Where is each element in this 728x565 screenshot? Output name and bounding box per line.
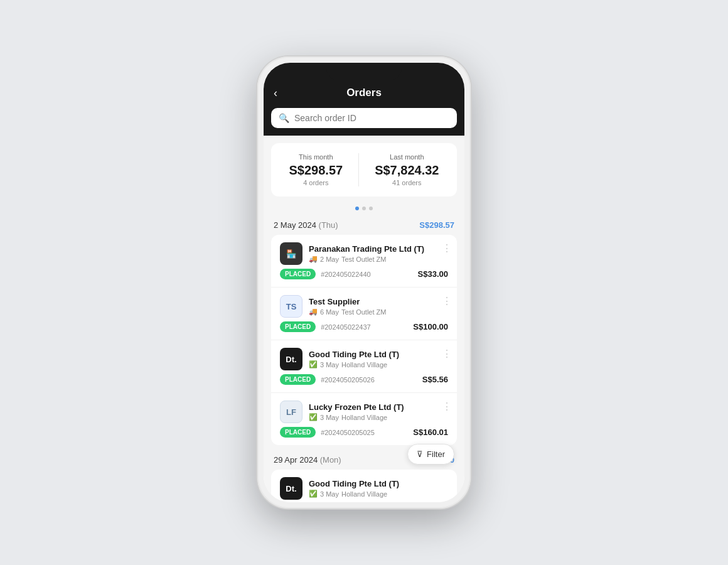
supplier-info-5: Good Tiding Pte Ltd (T) ✅ 3 May Holland … [309,479,448,498]
order-item-1[interactable]: ⋮ 🏪 Paranakan Trading Pte Ltd (T) 🚚 2 Ma… [271,235,457,288]
order-amount-4: S$160.01 [413,428,448,437]
this-month-label: This month [289,153,343,161]
status-badge-3: PLACED [280,374,316,385]
avatar-icon-paranakan: 🏪 [286,249,296,259]
supplier-meta-1: 🚚 2 May Test Outlet ZM [309,255,448,263]
dot-3[interactable] [369,207,373,210]
order-amount-1: S$33.00 [418,269,448,279]
summary-card: This month S$298.57 4 orders Last month … [271,143,457,196]
delivery-date-5: 3 May [320,490,339,498]
supplier-name-4: Lucky Frozen Pte Ltd (T) [309,402,448,412]
day-2: (Mon) [320,455,341,465]
order-bottom-3: PLACED #2024050205026 S$5.56 [280,374,448,385]
avatar-text-di-2: Dt. [286,484,296,493]
avatar-lf: LF [280,401,302,423]
this-month-summary: This month S$298.57 4 orders [289,153,343,186]
filter-icon: ⊽ [417,449,423,459]
orders-section-2: Dt. Good Tiding Pte Ltd (T) ✅ 3 May Holl… [271,470,457,502]
this-month-orders: 4 orders [289,179,343,186]
page-title: Orders [346,87,382,99]
order-id-4: #2024050205025 [321,429,375,436]
order-left-2: PLACED #202405022437 [280,321,371,332]
order-id-3: #2024050205026 [321,376,375,384]
avatar-text-lf: LF [286,407,296,417]
notch [326,63,402,80]
order-left-4: PLACED #2024050205025 [280,427,375,438]
filter-button[interactable]: ⊽ Filter [407,444,454,465]
summary-divider [358,153,359,186]
order-left-1: PLACED #202405022440 [280,269,371,279]
order-top-4: LF Lucky Frozen Pte Ltd (T) ✅ 3 May Holl… [280,401,448,423]
order-item-4[interactable]: ⋮ LF Lucky Frozen Pte Ltd (T) ✅ 3 May Ho… [271,393,457,445]
this-month-amount: S$298.57 [289,163,343,178]
order-top-3: Dt. Good Tiding Pte Ltd (T) ✅ 3 May Holl… [280,348,448,370]
avatar-di-2: Dt. [280,477,302,500]
avatar-paranakan: 🏪 [280,242,302,265]
dot-1[interactable] [355,207,359,210]
date-total-1: S$298.57 [419,220,454,230]
outlet-5: Holland Village [341,490,387,498]
search-icon: 🔍 [279,113,289,123]
order-item-3[interactable]: ⋮ Dt. Good Tiding Pte Ltd (T) ✅ 3 May Ho… [271,340,457,393]
order-item-5[interactable]: Dt. Good Tiding Pte Ltd (T) ✅ 3 May Holl… [271,470,457,502]
more-options-3[interactable]: ⋮ [442,348,452,360]
avatar-ts: TS [280,295,302,318]
search-input[interactable] [294,113,449,123]
order-bottom-2: PLACED #202405022437 S$100.00 [280,321,448,332]
avatar-text-ts: TS [286,302,297,311]
order-item-2[interactable]: ⋮ TS Test Supplier 🚚 6 May Test Outlet Z… [271,288,457,340]
status-badge-1: PLACED [280,269,316,279]
date-label-1: 2 May 2024 (Thu) [274,220,338,230]
supplier-info-3: Good Tiding Pte Ltd (T) ✅ 3 May Holland … [309,350,448,369]
supplier-name-1: Paranakan Trading Pte Ltd (T) [309,244,448,254]
last-month-orders: 41 orders [375,179,439,186]
verified-icon-4: ✅ [309,413,318,421]
supplier-meta-5: ✅ 3 May Holland Village [309,490,448,498]
phone-screen: ‹ Orders 🔍 This month S$298.57 4 orders [264,63,464,502]
supplier-name-5: Good Tiding Pte Ltd (T) [309,479,448,488]
order-left-3: PLACED #2024050205026 [280,374,375,385]
order-top-1: 🏪 Paranakan Trading Pte Ltd (T) 🚚 2 May … [280,242,448,265]
phone-frame: ‹ Orders 🔍 This month S$298.57 4 orders [257,56,471,508]
order-amount-2: S$100.00 [413,322,448,331]
outlet-1: Test Outlet ZM [341,256,387,263]
orders-section-1: ⋮ 🏪 Paranakan Trading Pte Ltd (T) 🚚 2 Ma… [271,235,457,445]
search-container: 🔍 [264,108,464,136]
supplier-name-2: Test Supplier [309,297,448,306]
last-month-label: Last month [375,153,439,161]
app-header: ‹ Orders [264,80,464,108]
outlet-3: Holland Village [341,361,387,369]
order-top-2: TS Test Supplier 🚚 6 May Test Outlet ZM [280,295,448,318]
order-amount-3: S$5.56 [422,375,448,384]
more-options-1[interactable]: ⋮ [442,242,452,254]
last-month-amount: S$7,824.32 [375,163,439,178]
dot-2[interactable] [362,207,366,210]
supplier-meta-2: 🚚 6 May Test Outlet ZM [309,308,448,316]
last-month-summary: Last month S$7,824.32 41 orders [375,153,439,186]
pagination-dots [264,202,464,215]
order-bottom-4: PLACED #2024050205025 S$160.01 [280,427,448,438]
delivery-date-3: 3 May [320,361,339,369]
more-options-2[interactable]: ⋮ [442,295,452,307]
date-header-1: 2 May 2024 (Thu) S$298.57 [264,215,464,235]
order-top-5: Dt. Good Tiding Pte Ltd (T) ✅ 3 May Holl… [280,477,448,500]
search-bar[interactable]: 🔍 [271,108,457,128]
avatar-text-di-1: Dt. [286,355,296,364]
supplier-info-2: Test Supplier 🚚 6 May Test Outlet ZM [309,297,448,316]
verified-icon-3: ✅ [309,360,318,369]
supplier-meta-3: ✅ 3 May Holland Village [309,360,448,369]
supplier-info-1: Paranakan Trading Pte Ltd (T) 🚚 2 May Te… [309,244,448,263]
supplier-name-3: Good Tiding Pte Ltd (T) [309,350,448,359]
filter-label: Filter [427,449,445,459]
back-button[interactable]: ‹ [274,87,277,100]
status-badge-4: PLACED [280,427,316,438]
order-id-1: #202405022440 [321,271,371,278]
delivery-date-2: 6 May [320,308,339,316]
supplier-info-4: Lucky Frozen Pte Ltd (T) ✅ 3 May Holland… [309,402,448,421]
delivery-date-1: 2 May [320,256,339,263]
more-options-4[interactable]: ⋮ [442,401,452,412]
outlet-4: Holland Village [341,414,387,421]
delivery-icon-2: 🚚 [309,308,318,316]
delivery-icon-1: 🚚 [309,255,318,263]
order-bottom-1: PLACED #202405022440 S$33.00 [280,269,448,279]
